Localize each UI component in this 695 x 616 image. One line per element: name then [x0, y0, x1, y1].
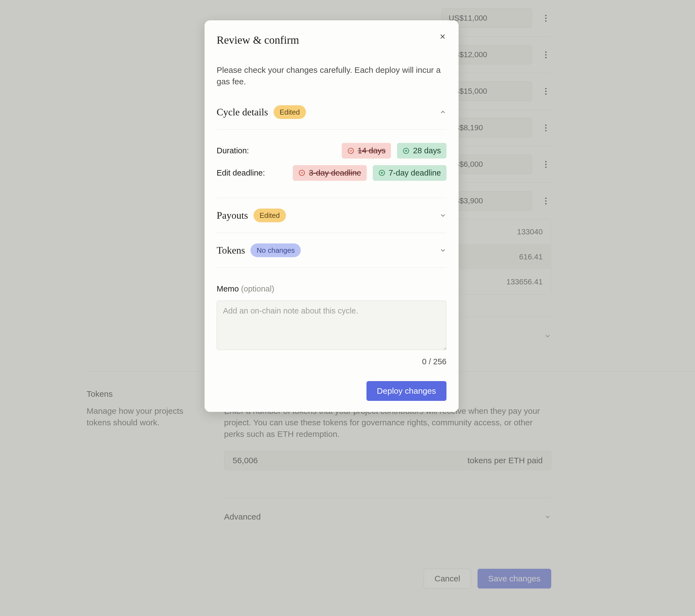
diff-row-duration: Duration: 14 days 28 days	[217, 140, 446, 162]
diff-label: Edit deadline:	[217, 167, 265, 179]
payouts-header[interactable]: Payouts Edited	[217, 198, 446, 233]
diff-row-edit-deadline: Edit deadline: 3-day deadline 7-day dead…	[217, 162, 446, 184]
removed-value: 14 days	[342, 143, 391, 159]
plus-circle-icon	[403, 147, 410, 154]
removed-value: 3-day deadline	[293, 165, 367, 181]
plus-circle-icon	[378, 169, 386, 176]
added-value: 28 days	[397, 143, 446, 159]
tokens-header[interactable]: Tokens No changes	[217, 233, 446, 268]
deploy-changes-button[interactable]: Deploy changes	[367, 381, 446, 401]
diff-label: Duration:	[217, 145, 249, 156]
modal-subtitle: Please check your changes carefully. Eac…	[217, 64, 446, 87]
chevron-down-icon	[439, 247, 446, 254]
close-icon	[439, 33, 446, 40]
edited-badge: Edited	[274, 105, 306, 119]
edited-badge: Edited	[253, 209, 286, 222]
tokens-title: Tokens	[217, 243, 245, 257]
minus-circle-icon	[298, 169, 305, 176]
chevron-down-icon	[439, 212, 446, 219]
memo-char-count: 0 / 256	[217, 356, 446, 367]
modal-title: Review & confirm	[217, 32, 299, 48]
payouts-title: Payouts	[217, 209, 248, 222]
minus-circle-icon	[347, 147, 354, 154]
memo-textarea[interactable]	[217, 301, 446, 350]
no-changes-badge: No changes	[251, 243, 301, 257]
cycle-details-title: Cycle details	[217, 105, 268, 119]
added-value: 7-day deadline	[373, 165, 446, 181]
review-confirm-modal: Review & confirm Please check your chang…	[205, 20, 459, 412]
cycle-details-header[interactable]: Cycle details Edited	[217, 105, 446, 129]
chevron-up-icon	[439, 108, 446, 116]
close-button[interactable]	[439, 32, 446, 43]
memo-label: Memo (optional)	[217, 284, 274, 293]
